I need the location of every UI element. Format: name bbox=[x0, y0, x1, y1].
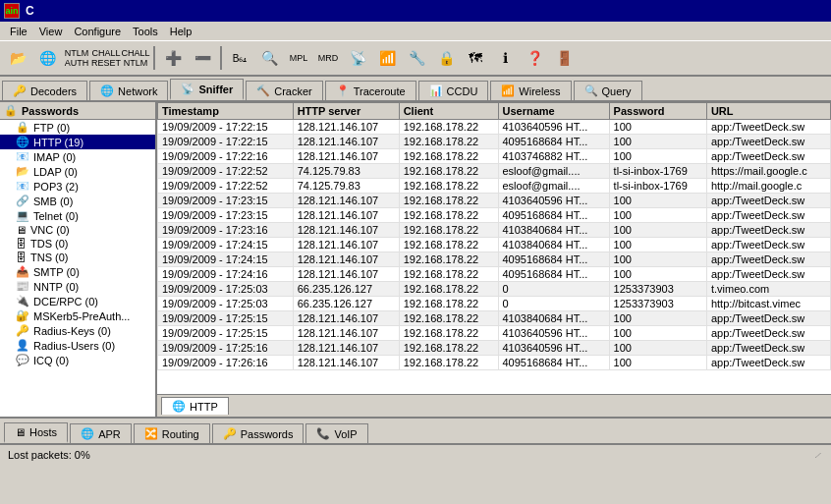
tree-item-label: IMAP (0) bbox=[33, 151, 76, 163]
table-row[interactable]: 19/09/2009 - 17:22:5274.125.79.83192.168… bbox=[158, 179, 831, 194]
tab-sniffer[interactable]: 📡 Sniffer bbox=[170, 79, 244, 100]
main-content: 🔒 Passwords 🔒FTP (0)🌐HTTP (19)📧IMAP (0)📂… bbox=[0, 102, 831, 417]
tree-item[interactable]: 🗄TNS (0) bbox=[0, 251, 155, 264]
table-row[interactable]: 19/09/2009 - 17:22:15128.121.146.107192.… bbox=[158, 135, 831, 149]
table-cell: 19/09/2009 - 17:22:15 bbox=[158, 120, 294, 135]
toolbar-scan-btn[interactable]: 📡 bbox=[344, 44, 371, 72]
tree-item-label: Radius-Users (0) bbox=[33, 340, 115, 352]
tree-item[interactable]: 📰NNTP (0) bbox=[0, 279, 155, 294]
table-cell: 128.121.146.107 bbox=[293, 326, 399, 341]
toolbar-open-btn[interactable]: 📂 bbox=[4, 44, 31, 72]
tab-traceroute[interactable]: 📍 Traceroute bbox=[325, 81, 416, 100]
table-row[interactable]: 19/09/2009 - 17:25:16128.121.146.107192.… bbox=[158, 341, 831, 356]
menu-item-configure[interactable]: Configure bbox=[68, 24, 127, 39]
column-header[interactable]: Username bbox=[498, 103, 609, 120]
tree-item[interactable]: 📂LDAP (0) bbox=[0, 164, 155, 179]
toolbar-remove-btn[interactable]: ➖ bbox=[189, 44, 216, 72]
table-row[interactable]: 19/09/2009 - 17:26:16128.121.146.107192.… bbox=[158, 356, 831, 370]
menu-item-file[interactable]: File bbox=[4, 24, 33, 39]
toolbar-cert-btn[interactable]: 🔒 bbox=[432, 44, 460, 72]
tree-item[interactable]: 🔗SMB (0) bbox=[0, 194, 155, 208]
bottom-tab-hosts[interactable]: 🖥 Hosts bbox=[4, 422, 68, 443]
tree-item[interactable]: 📤SMTP (0) bbox=[0, 264, 155, 279]
toolbar-mpls2-btn[interactable]: MRD bbox=[314, 44, 342, 72]
tree-item[interactable]: 🔌DCE/RPC (0) bbox=[0, 294, 155, 308]
column-header[interactable]: URL bbox=[706, 103, 830, 120]
tree-item-label: HTTP (19) bbox=[33, 137, 83, 148]
bottom-tab-routing[interactable]: 🔀 Routing bbox=[134, 423, 210, 443]
table-row[interactable]: 19/09/2009 - 17:24:16128.121.146.107192.… bbox=[158, 267, 831, 282]
toolbar-exit-btn[interactable]: 🚪 bbox=[550, 44, 578, 72]
column-header[interactable]: HTTP server bbox=[293, 103, 399, 120]
column-header[interactable]: Client bbox=[399, 103, 498, 120]
table-row[interactable]: 19/09/2009 - 17:23:15128.121.146.107192.… bbox=[158, 194, 831, 208]
table-row[interactable]: 19/09/2009 - 17:22:16128.121.146.107192.… bbox=[158, 149, 831, 164]
tree-item[interactable]: 🗄TDS (0) bbox=[0, 237, 155, 251]
tree-item[interactable]: 📧IMAP (0) bbox=[0, 149, 155, 164]
toolbar-help-btn[interactable]: ❓ bbox=[521, 44, 548, 72]
tree-item-label: NNTP (0) bbox=[33, 281, 79, 293]
tab-decoders[interactable]: 🔑 Decoders bbox=[2, 81, 87, 100]
tree-item-icon: 📧 bbox=[16, 150, 29, 163]
toolbar-sniff-btn[interactable]: 🔍 bbox=[255, 44, 283, 72]
tree-item[interactable]: 📧POP3 (2) bbox=[0, 179, 155, 194]
table-cell: 100 bbox=[609, 326, 706, 341]
table-cell: 128.121.146.107 bbox=[293, 238, 399, 252]
menu-item-help[interactable]: Help bbox=[164, 24, 198, 39]
http-tab[interactable]: 🌐 HTTP bbox=[161, 397, 229, 415]
tab-query[interactable]: 🔍 Query bbox=[574, 81, 642, 100]
table-row[interactable]: 19/09/2009 - 17:24:15128.121.146.107192.… bbox=[158, 238, 831, 252]
bottom-tab-voip[interactable]: 📞 VoIP bbox=[305, 423, 367, 443]
bottom-tab-passwords[interactable]: 🔑 Passwords bbox=[212, 423, 305, 443]
column-header[interactable]: Password bbox=[609, 103, 706, 120]
voip-icon: 📞 bbox=[316, 427, 330, 440]
table-cell: 192.168.178.22 bbox=[399, 120, 498, 135]
tree-item[interactable]: 🔑Radius-Keys (0) bbox=[0, 323, 155, 338]
table-row[interactable]: 19/09/2009 - 17:25:0366.235.126.127192.1… bbox=[158, 282, 831, 297]
table-cell: 128.121.146.107 bbox=[293, 252, 399, 267]
table-cell: app:/TweetDeck.sw bbox=[706, 135, 830, 149]
tab-network[interactable]: 🌐 Network bbox=[89, 81, 168, 100]
tab-ccdu[interactable]: 📊 CCDU bbox=[418, 81, 489, 100]
toolbar-info-btn[interactable]: ℹ bbox=[491, 44, 519, 72]
table-row[interactable]: 19/09/2009 - 17:25:0366.235.126.127192.1… bbox=[158, 297, 831, 311]
table-row[interactable]: 19/09/2009 - 17:22:15128.121.146.107192.… bbox=[158, 120, 831, 135]
toolbar-route-btn[interactable]: 🗺 bbox=[462, 44, 489, 72]
toolbar-network-btn[interactable]: 🌐 bbox=[33, 44, 61, 72]
tree-item[interactable]: 🔒FTP (0) bbox=[0, 120, 155, 135]
tree-item[interactable]: 🌐HTTP (19) bbox=[0, 135, 155, 149]
menu-item-tools[interactable]: Tools bbox=[127, 24, 164, 39]
tab-wireless[interactable]: 📶 Wireless bbox=[490, 81, 571, 100]
table-row[interactable]: 19/09/2009 - 17:25:15128.121.146.107192.… bbox=[158, 311, 831, 326]
toolbar-auth-btn[interactable]: NTLMAUTH bbox=[63, 44, 90, 72]
toolbar-add-btn[interactable]: ➕ bbox=[159, 44, 187, 72]
table-row[interactable]: 19/09/2009 - 17:25:15128.121.146.107192.… bbox=[158, 326, 831, 341]
toolbar-reset-btn[interactable]: CHALLRESET bbox=[92, 44, 120, 72]
bottom-tab-apr[interactable]: 🌐 APR bbox=[70, 423, 132, 443]
menu-item-view[interactable]: View bbox=[33, 24, 69, 39]
table-row[interactable]: 19/09/2009 - 17:23:15128.121.146.107192.… bbox=[158, 208, 831, 223]
column-header[interactable]: Timestamp bbox=[158, 103, 294, 120]
tree-item[interactable]: 🔐MSKerb5-PreAuth... bbox=[0, 308, 155, 323]
tab-cracker[interactable]: 🔨 Cracker bbox=[246, 81, 323, 100]
tree-item[interactable]: 🖥VNC (0) bbox=[0, 223, 155, 237]
tree-item[interactable]: 💻Telnet (0) bbox=[0, 208, 155, 223]
tree-item[interactable]: 👤Radius-Users (0) bbox=[0, 338, 155, 353]
table-cell: 192.168.178.22 bbox=[399, 252, 498, 267]
table-cell: 19/09/2009 - 17:26:16 bbox=[158, 356, 294, 370]
table-cell: 19/09/2009 - 17:24:15 bbox=[158, 238, 294, 252]
table-cell: app:/TweetDeck.sw bbox=[706, 341, 830, 356]
tree-item[interactable]: 💬ICQ (0) bbox=[0, 353, 155, 367]
table-row[interactable]: 19/09/2009 - 17:24:15128.121.146.107192.… bbox=[158, 252, 831, 267]
table-cell: app:/TweetDeck.sw bbox=[706, 311, 830, 326]
table-row[interactable]: 19/09/2009 - 17:22:5274.125.79.83192.168… bbox=[158, 164, 831, 179]
toolbar-ntlm2-btn[interactable]: CHALLNTLM bbox=[122, 44, 149, 72]
table-container[interactable]: TimestampHTTP serverClientUsernamePasswo… bbox=[157, 102, 831, 394]
tree-item-label: LDAP (0) bbox=[33, 166, 78, 178]
table-row[interactable]: 19/09/2009 - 17:23:16128.121.146.107192.… bbox=[158, 223, 831, 238]
toolbar-mpls-btn[interactable]: MPL bbox=[285, 44, 312, 72]
toolbar-filter-btn[interactable]: 🔧 bbox=[403, 44, 430, 72]
toolbar-wire-btn[interactable]: 📶 bbox=[373, 44, 401, 72]
toolbar-b64-btn[interactable]: B₆₄ bbox=[226, 44, 253, 72]
table-cell: 192.168.178.22 bbox=[399, 282, 498, 297]
